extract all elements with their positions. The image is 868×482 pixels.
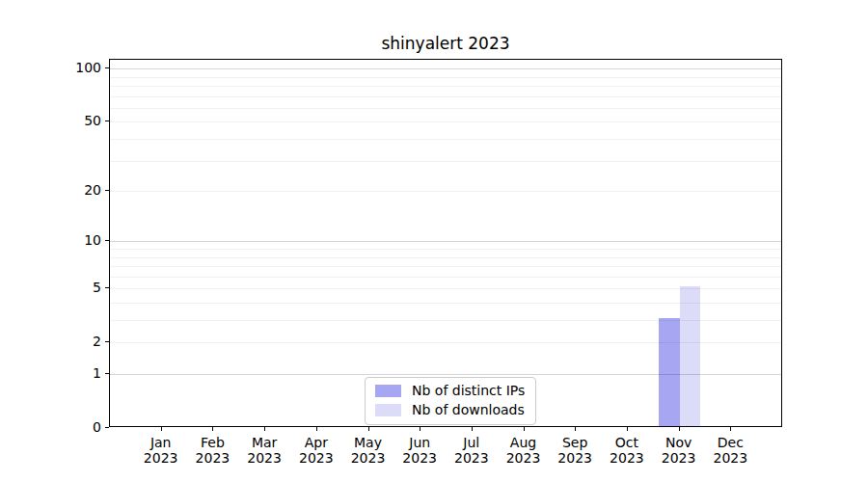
- x-tick-dec-2023: [730, 427, 731, 431]
- x-tick-label-jul-2023: Jul2023: [443, 435, 501, 466]
- gridline-minor-3: [110, 320, 781, 321]
- legend-item-downloads: Nb of downloads: [375, 402, 526, 418]
- bar-nb-of-distinct-ips-nov-2023: [659, 318, 679, 426]
- x-tick-label-jan-2023: Jan2023: [132, 435, 190, 466]
- bar-nb-of-downloads-nov-2023: [680, 286, 700, 426]
- x-tick-feb-2023: [212, 427, 213, 431]
- gridline-minor-6: [110, 277, 781, 278]
- y-tick-100: [105, 67, 109, 68]
- gridline-minor-7: [110, 266, 781, 267]
- legend-swatch-distinct-ips: [375, 385, 401, 397]
- x-tick-label-dec-2023: Dec2023: [701, 435, 759, 466]
- y-tick-2: [105, 341, 109, 342]
- x-tick-label-oct-2023: Oct2023: [598, 435, 656, 466]
- x-tick-label-jun-2023: Jun2023: [391, 435, 448, 466]
- gridline-minor-2: [110, 342, 781, 343]
- x-tick-apr-2023: [316, 427, 317, 431]
- gridline-minor-40: [110, 139, 781, 140]
- y-tick-label-1: 1: [45, 365, 101, 382]
- y-tick-5: [105, 287, 109, 288]
- y-tick-20: [105, 190, 109, 191]
- x-tick-label-mar-2023: Mar2023: [235, 435, 293, 466]
- y-tick-1: [105, 373, 109, 374]
- gridline-minor-50: [110, 121, 781, 122]
- y-tick-label-5: 5: [45, 280, 101, 296]
- gridline-minor-4: [110, 303, 781, 304]
- gridline-minor-30: [110, 161, 781, 162]
- gridline-minor-70: [110, 96, 781, 97]
- x-tick-jan-2023: [161, 427, 162, 431]
- y-tick-50: [105, 120, 109, 121]
- gridline-minor-90: [110, 77, 781, 78]
- x-tick-may-2023: [368, 427, 369, 431]
- x-tick-label-sep-2023: Sep2023: [546, 435, 604, 466]
- x-tick-label-feb-2023: Feb2023: [183, 435, 241, 466]
- y-tick-label-20: 20: [45, 182, 101, 199]
- x-tick-jul-2023: [472, 427, 473, 431]
- y-tick-label-2: 2: [45, 334, 101, 350]
- x-tick-label-nov-2023: Nov2023: [650, 435, 708, 466]
- y-tick-label-0: 0: [45, 419, 101, 436]
- y-tick-10: [105, 240, 109, 241]
- gridline-minor-80: [110, 86, 781, 87]
- gridline-major-100: [110, 68, 781, 69]
- y-tick-label-100: 100: [45, 60, 101, 76]
- legend-item-distinct-ips: Nb of distinct IPs: [375, 383, 526, 399]
- y-tick-label-10: 10: [45, 232, 101, 249]
- gridline-minor-60: [110, 108, 781, 109]
- x-tick-aug-2023: [524, 427, 525, 431]
- chart-title: shinyalert 2023: [109, 34, 782, 53]
- legend: Nb of distinct IPs Nb of downloads: [365, 377, 536, 425]
- gridline-major-10: [110, 241, 781, 242]
- gridline-minor-8: [110, 257, 781, 258]
- x-tick-oct-2023: [627, 427, 628, 431]
- x-tick-mar-2023: [264, 427, 265, 431]
- y-tick-label-50: 50: [45, 113, 101, 129]
- x-tick-label-aug-2023: Aug2023: [495, 435, 553, 466]
- plot-area: [109, 59, 782, 427]
- legend-label-downloads: Nb of downloads: [412, 402, 525, 418]
- x-tick-sep-2023: [575, 427, 576, 431]
- gridline-minor-9: [110, 249, 781, 250]
- gridline-minor-20: [110, 191, 781, 192]
- gridline-minor-5: [110, 288, 781, 289]
- legend-swatch-downloads: [375, 404, 401, 416]
- gridline-major-1: [110, 374, 781, 375]
- legend-label-distinct-ips: Nb of distinct IPs: [412, 383, 525, 399]
- y-tick-0: [105, 427, 109, 428]
- x-tick-nov-2023: [679, 427, 680, 431]
- x-tick-label-may-2023: May2023: [339, 435, 397, 466]
- x-tick-jun-2023: [420, 427, 420, 431]
- figure: shinyalert 2023 Nb of distinct IPs Nb of…: [0, 0, 868, 482]
- x-tick-label-apr-2023: Apr2023: [287, 435, 345, 466]
